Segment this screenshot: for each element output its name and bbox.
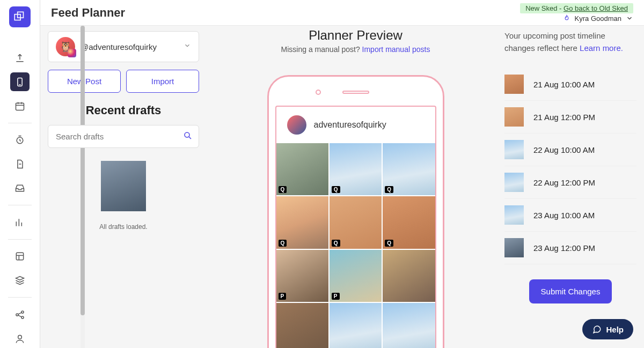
feed-cell[interactable] <box>330 303 382 348</box>
preview-subtitle: Missing a manual post? Import manual pos… <box>281 45 430 54</box>
cell-badge: Q <box>385 240 393 247</box>
cell-badge: Q <box>279 186 287 193</box>
timeline-thumbnail <box>504 238 524 257</box>
timeline-item[interactable]: 21 Aug 10:00 AM <box>504 68 636 101</box>
timeline-description: Your upcoming post timeline changes refl… <box>504 30 636 54</box>
feed-cell[interactable]: Q <box>383 196 435 248</box>
right-column: Your upcoming post timeline changes refl… <box>504 26 644 348</box>
nav-planner[interactable] <box>10 72 30 91</box>
nav-document[interactable] <box>10 155 30 174</box>
svg-line-17 <box>18 315 22 317</box>
svg-point-18 <box>18 335 22 339</box>
preview-title: Planner Preview <box>309 28 402 43</box>
account-selector[interactable]: 🦉 @adventuresofquirky <box>48 31 199 62</box>
cell-badge: P <box>279 293 287 300</box>
nav-share[interactable] <box>10 305 30 324</box>
timeline-thumbnail <box>504 107 524 127</box>
feed-cell[interactable]: Q <box>330 143 382 195</box>
search-drafts-input[interactable] <box>48 125 199 148</box>
svg-line-16 <box>18 313 22 314</box>
ig-profile-avatar <box>287 115 306 135</box>
nav-profile[interactable] <box>10 329 30 348</box>
timeline-label: 22 Aug 12:00 PM <box>533 178 595 187</box>
center-column: Planner Preview Missing a manual post? I… <box>207 26 504 348</box>
feed-cell[interactable]: P <box>276 250 328 302</box>
submit-changes-button[interactable]: Submit Changes <box>529 279 612 303</box>
feed-cell[interactable]: P <box>330 250 382 302</box>
timeline-item[interactable]: 21 Aug 12:00 PM <box>504 101 636 134</box>
import-manual-link[interactable]: Import manual posts <box>362 45 430 54</box>
timeline-thumbnail <box>504 140 524 159</box>
timeline-item[interactable]: 22 Aug 12:00 PM <box>504 166 636 199</box>
chevron-down-icon <box>626 14 633 22</box>
nav-upload[interactable] <box>10 49 30 68</box>
feed-cell[interactable]: Q <box>330 196 382 248</box>
feed-cell[interactable] <box>276 303 328 348</box>
old-sked-link[interactable]: Go back to Old Sked <box>564 4 628 12</box>
cell-badge: Q <box>279 240 287 247</box>
search-icon[interactable] <box>183 131 193 143</box>
feed-cell[interactable] <box>383 250 435 302</box>
new-sked-banner: New Sked - Go back to Old Sked <box>520 3 633 13</box>
nav-template[interactable] <box>10 247 30 266</box>
user-menu[interactable]: Kyra Goodman <box>563 14 633 23</box>
nav-inbox[interactable] <box>10 179 30 197</box>
timeline-thumbnail <box>504 75 524 94</box>
timeline-list: 21 Aug 10:00 AM21 Aug 12:00 PM22 Aug 10:… <box>504 68 636 264</box>
feed-cell[interactable]: Q <box>276 196 328 248</box>
chevron-down-icon <box>184 42 191 51</box>
feed-cell[interactable]: Q <box>383 143 435 195</box>
nav-calendar[interactable] <box>10 97 30 115</box>
timeline-item[interactable]: 23 Aug 10:00 AM <box>504 199 636 232</box>
timeline-thumbnail <box>504 205 524 225</box>
feed-cell[interactable]: Q <box>276 143 328 195</box>
phone-mockup: adventuresofquirky QQQQQQPP <box>267 75 444 348</box>
drafts-loaded-message: All drafts loaded. <box>48 223 199 231</box>
svg-line-20 <box>189 137 191 139</box>
cell-badge: Q <box>332 240 340 247</box>
import-button[interactable]: Import <box>126 70 199 93</box>
svg-point-19 <box>185 132 189 137</box>
account-avatar: 🦉 <box>56 37 75 56</box>
topbar: Feed Planner New Sked - Go back to Old S… <box>40 0 644 26</box>
svg-rect-4 <box>16 103 24 110</box>
page-title: Feed Planner <box>51 6 125 20</box>
scrollbar[interactable] <box>80 26 85 348</box>
app-logo[interactable] <box>9 6 31 27</box>
nav-analytics[interactable] <box>10 213 30 232</box>
recent-drafts-title: Recent drafts <box>48 103 199 117</box>
timeline-label: 23 Aug 12:00 PM <box>533 243 595 253</box>
help-button[interactable]: Help <box>582 319 633 339</box>
account-handle: @adventuresofquirky <box>80 42 178 51</box>
learn-more-link[interactable]: Learn more. <box>580 43 623 53</box>
timeline-label: 23 Aug 10:00 AM <box>533 211 595 220</box>
cell-badge: Q <box>332 186 340 193</box>
nav-clock[interactable] <box>10 131 30 150</box>
svg-rect-10 <box>16 253 23 260</box>
timeline-label: 22 Aug 10:00 AM <box>533 145 595 154</box>
timeline-thumbnail <box>504 173 524 192</box>
timeline-label: 21 Aug 10:00 AM <box>533 80 595 89</box>
ig-profile-name: adventuresofquirky <box>314 120 386 130</box>
instagram-badge-icon <box>68 49 76 57</box>
cell-badge: Q <box>385 186 393 193</box>
timeline-item[interactable]: 23 Aug 12:00 PM <box>504 232 636 264</box>
chat-icon <box>592 324 602 334</box>
timeline-label: 21 Aug 12:00 PM <box>533 113 595 122</box>
left-column: 🦉 @adventuresofquirky New Post Import Re… <box>40 26 207 348</box>
nav-library[interactable] <box>10 271 30 290</box>
cell-badge: P <box>332 293 340 300</box>
user-name: Kyra Goodman <box>575 14 621 23</box>
flame-icon <box>563 14 570 22</box>
feed-grid: QQQQQQPP <box>276 143 435 348</box>
draft-thumbnail[interactable] <box>101 161 146 211</box>
side-nav <box>0 0 40 348</box>
feed-cell[interactable] <box>383 303 435 348</box>
timeline-item[interactable]: 22 Aug 10:00 AM <box>504 134 636 166</box>
